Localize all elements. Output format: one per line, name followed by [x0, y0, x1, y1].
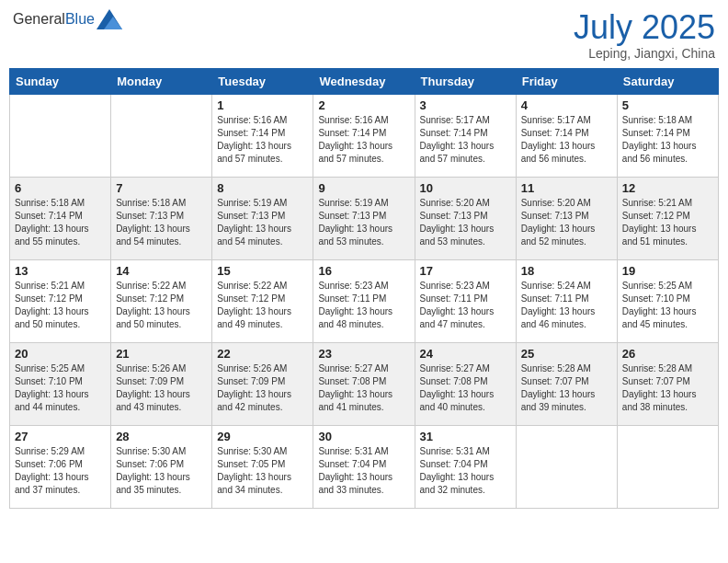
- day-number: 22: [217, 347, 308, 361]
- calendar-cell: 28Sunrise: 5:30 AM Sunset: 7:06 PM Dayli…: [111, 425, 212, 508]
- calendar-week-2: 6Sunrise: 5:18 AM Sunset: 7:14 PM Daylig…: [10, 177, 719, 259]
- day-number: 2: [318, 98, 409, 112]
- calendar-cell: 12Sunrise: 5:21 AM Sunset: 7:12 PM Dayli…: [617, 177, 718, 259]
- calendar-week-3: 13Sunrise: 5:21 AM Sunset: 7:12 PM Dayli…: [10, 259, 719, 342]
- day-info: Sunrise: 5:22 AM Sunset: 7:12 PM Dayligh…: [116, 280, 207, 331]
- day-info: Sunrise: 5:19 AM Sunset: 7:13 PM Dayligh…: [217, 197, 308, 248]
- day-info: Sunrise: 5:27 AM Sunset: 7:08 PM Dayligh…: [318, 362, 409, 414]
- calendar-cell: 17Sunrise: 5:23 AM Sunset: 7:11 PM Dayli…: [415, 259, 516, 342]
- day-info: Sunrise: 5:26 AM Sunset: 7:09 PM Dayligh…: [217, 362, 308, 414]
- day-info: Sunrise: 5:18 AM Sunset: 7:14 PM Dayligh…: [15, 197, 106, 248]
- month-year: July 2025: [574, 9, 715, 46]
- day-info: Sunrise: 5:21 AM Sunset: 7:12 PM Dayligh…: [622, 197, 713, 248]
- day-number: 19: [622, 264, 713, 278]
- calendar-cell: 3Sunrise: 5:17 AM Sunset: 7:14 PM Daylig…: [415, 94, 516, 177]
- calendar-cell: [516, 425, 617, 508]
- calendar-cell: 22Sunrise: 5:26 AM Sunset: 7:09 PM Dayli…: [212, 342, 313, 425]
- calendar-cell: 6Sunrise: 5:18 AM Sunset: 7:14 PM Daylig…: [10, 177, 111, 259]
- calendar-cell: 20Sunrise: 5:25 AM Sunset: 7:10 PM Dayli…: [10, 342, 111, 425]
- logo: GeneralBlue: [13, 9, 122, 29]
- day-header-friday: Friday: [516, 68, 617, 94]
- location: Leping, Jiangxi, China: [574, 46, 715, 61]
- day-number: 10: [420, 181, 511, 195]
- calendar-cell: [617, 425, 718, 508]
- day-header-sunday: Sunday: [10, 68, 111, 94]
- day-number: 13: [15, 264, 106, 278]
- day-number: 9: [318, 181, 409, 195]
- calendar-cell: 30Sunrise: 5:31 AM Sunset: 7:04 PM Dayli…: [313, 425, 415, 508]
- day-number: 30: [318, 430, 409, 443]
- day-number: 20: [15, 347, 106, 361]
- calendar-cell: 10Sunrise: 5:20 AM Sunset: 7:13 PM Dayli…: [415, 177, 516, 259]
- day-info: Sunrise: 5:31 AM Sunset: 7:04 PM Dayligh…: [420, 445, 511, 497]
- day-info: Sunrise: 5:21 AM Sunset: 7:12 PM Dayligh…: [15, 280, 106, 331]
- day-number: 16: [318, 264, 409, 278]
- calendar-header-row: SundayMondayTuesdayWednesdayThursdayFrid…: [10, 68, 719, 94]
- day-number: 24: [420, 347, 511, 361]
- day-number: 18: [521, 264, 612, 278]
- calendar-week-1: 1Sunrise: 5:16 AM Sunset: 7:14 PM Daylig…: [10, 94, 719, 177]
- day-info: Sunrise: 5:30 AM Sunset: 7:05 PM Dayligh…: [217, 445, 308, 497]
- calendar-cell: 23Sunrise: 5:27 AM Sunset: 7:08 PM Dayli…: [313, 342, 415, 425]
- calendar-cell: 31Sunrise: 5:31 AM Sunset: 7:04 PM Dayli…: [415, 425, 516, 508]
- day-header-saturday: Saturday: [617, 68, 718, 94]
- day-info: Sunrise: 5:16 AM Sunset: 7:14 PM Dayligh…: [318, 114, 409, 166]
- calendar-cell: 16Sunrise: 5:23 AM Sunset: 7:11 PM Dayli…: [313, 259, 415, 342]
- logo-general-text: General: [13, 11, 65, 27]
- calendar-cell: 7Sunrise: 5:18 AM Sunset: 7:13 PM Daylig…: [111, 177, 212, 259]
- calendar-cell: 27Sunrise: 5:29 AM Sunset: 7:06 PM Dayli…: [10, 425, 111, 508]
- day-number: 8: [217, 181, 308, 195]
- calendar-cell: 25Sunrise: 5:28 AM Sunset: 7:07 PM Dayli…: [516, 342, 617, 425]
- day-info: Sunrise: 5:26 AM Sunset: 7:09 PM Dayligh…: [116, 362, 207, 414]
- day-info: Sunrise: 5:31 AM Sunset: 7:04 PM Dayligh…: [318, 445, 409, 497]
- day-number: 25: [521, 347, 612, 361]
- day-info: Sunrise: 5:19 AM Sunset: 7:13 PM Dayligh…: [318, 197, 409, 248]
- day-number: 12: [622, 181, 713, 195]
- logo-blue-text: Blue: [65, 11, 95, 27]
- day-info: Sunrise: 5:16 AM Sunset: 7:14 PM Dayligh…: [217, 114, 308, 166]
- page-header: GeneralBlue July 2025 Leping, Jiangxi, C…: [9, 9, 719, 61]
- title-block: July 2025 Leping, Jiangxi, China: [574, 9, 715, 61]
- day-number: 28: [116, 430, 207, 443]
- calendar-table: SundayMondayTuesdayWednesdayThursdayFrid…: [9, 68, 719, 509]
- day-number: 11: [521, 181, 612, 195]
- day-info: Sunrise: 5:20 AM Sunset: 7:13 PM Dayligh…: [420, 197, 511, 248]
- day-info: Sunrise: 5:23 AM Sunset: 7:11 PM Dayligh…: [318, 280, 409, 331]
- calendar-cell: 9Sunrise: 5:19 AM Sunset: 7:13 PM Daylig…: [313, 177, 415, 259]
- calendar-cell: 4Sunrise: 5:17 AM Sunset: 7:14 PM Daylig…: [516, 94, 617, 177]
- calendar-cell: 24Sunrise: 5:27 AM Sunset: 7:08 PM Dayli…: [415, 342, 516, 425]
- calendar-cell: 13Sunrise: 5:21 AM Sunset: 7:12 PM Dayli…: [10, 259, 111, 342]
- day-info: Sunrise: 5:18 AM Sunset: 7:13 PM Dayligh…: [116, 197, 207, 248]
- calendar-cell: 18Sunrise: 5:24 AM Sunset: 7:11 PM Dayli…: [516, 259, 617, 342]
- day-info: Sunrise: 5:29 AM Sunset: 7:06 PM Dayligh…: [15, 445, 106, 497]
- calendar-cell: 29Sunrise: 5:30 AM Sunset: 7:05 PM Dayli…: [212, 425, 313, 508]
- calendar-cell: 2Sunrise: 5:16 AM Sunset: 7:14 PM Daylig…: [313, 94, 415, 177]
- day-info: Sunrise: 5:25 AM Sunset: 7:10 PM Dayligh…: [622, 280, 713, 331]
- calendar-cell: 5Sunrise: 5:18 AM Sunset: 7:14 PM Daylig…: [617, 94, 718, 177]
- day-info: Sunrise: 5:17 AM Sunset: 7:14 PM Dayligh…: [420, 114, 511, 166]
- day-header-monday: Monday: [111, 68, 212, 94]
- day-header-wednesday: Wednesday: [313, 68, 415, 94]
- calendar-cell: 26Sunrise: 5:28 AM Sunset: 7:07 PM Dayli…: [617, 342, 718, 425]
- day-number: 7: [116, 181, 207, 195]
- day-number: 3: [420, 98, 511, 112]
- day-info: Sunrise: 5:28 AM Sunset: 7:07 PM Dayligh…: [622, 362, 713, 414]
- calendar-cell: 14Sunrise: 5:22 AM Sunset: 7:12 PM Dayli…: [111, 259, 212, 342]
- day-number: 17: [420, 264, 511, 278]
- day-info: Sunrise: 5:30 AM Sunset: 7:06 PM Dayligh…: [116, 445, 207, 497]
- day-number: 23: [318, 347, 409, 361]
- calendar-cell: 11Sunrise: 5:20 AM Sunset: 7:13 PM Dayli…: [516, 177, 617, 259]
- calendar-cell: 15Sunrise: 5:22 AM Sunset: 7:12 PM Dayli…: [212, 259, 313, 342]
- day-number: 6: [15, 181, 106, 195]
- day-info: Sunrise: 5:18 AM Sunset: 7:14 PM Dayligh…: [622, 114, 713, 166]
- calendar-week-5: 27Sunrise: 5:29 AM Sunset: 7:06 PM Dayli…: [10, 425, 719, 508]
- day-info: Sunrise: 5:22 AM Sunset: 7:12 PM Dayligh…: [217, 280, 308, 331]
- logo-icon: [97, 9, 122, 29]
- day-info: Sunrise: 5:24 AM Sunset: 7:11 PM Dayligh…: [521, 280, 612, 331]
- day-info: Sunrise: 5:17 AM Sunset: 7:14 PM Dayligh…: [521, 114, 612, 166]
- day-info: Sunrise: 5:23 AM Sunset: 7:11 PM Dayligh…: [420, 280, 511, 331]
- day-number: 29: [217, 430, 308, 443]
- calendar-cell: 1Sunrise: 5:16 AM Sunset: 7:14 PM Daylig…: [212, 94, 313, 177]
- day-info: Sunrise: 5:20 AM Sunset: 7:13 PM Dayligh…: [521, 197, 612, 248]
- day-number: 27: [15, 430, 106, 443]
